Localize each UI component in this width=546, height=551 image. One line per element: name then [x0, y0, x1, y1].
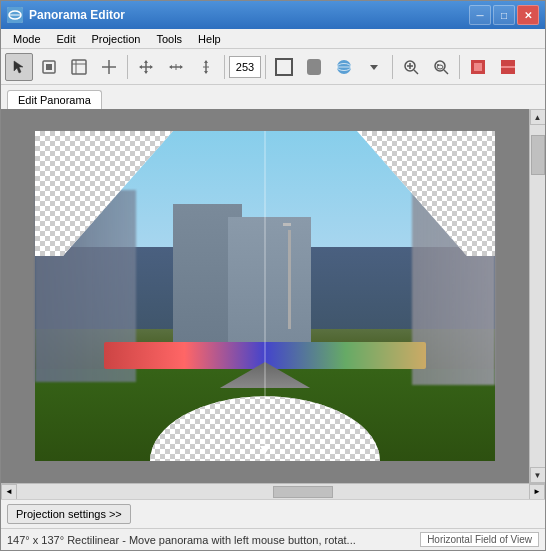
scrollbar-right: ▲ ▼ — [529, 109, 545, 483]
status-text: 147° x 137° Rectilinear - Move panorama … — [7, 534, 420, 546]
scroll-thumb-right[interactable] — [531, 135, 545, 175]
menu-help[interactable]: Help — [190, 31, 229, 47]
bottom-area: ◄ ► Projection settings >> 147° x 137° R… — [1, 483, 545, 550]
panorama-container — [35, 131, 495, 461]
zoom-in-button[interactable] — [397, 53, 425, 81]
status-bar: 147° x 137° Rectilinear - Move panorama … — [1, 528, 545, 550]
menu-mode[interactable]: Mode — [5, 31, 49, 47]
crosshair-tool-button[interactable] — [95, 53, 123, 81]
separator-3 — [265, 55, 266, 79]
move-v-button[interactable] — [192, 53, 220, 81]
toolbar: 253 — [1, 49, 545, 85]
lamp-arm — [283, 223, 291, 226]
svg-marker-12 — [144, 60, 148, 63]
extra2-button[interactable] — [494, 53, 522, 81]
cyl-view-button[interactable] — [300, 53, 328, 81]
separator-1 — [127, 55, 128, 79]
close-button[interactable]: ✕ — [517, 5, 539, 25]
lamp-pole — [288, 230, 291, 329]
svg-rect-25 — [307, 59, 321, 75]
rect-view-button[interactable] — [270, 53, 298, 81]
minimize-button[interactable]: ─ — [469, 5, 491, 25]
scroll-right-button[interactable]: ► — [529, 484, 545, 500]
separator-2 — [224, 55, 225, 79]
building-center-right — [228, 217, 311, 342]
maximize-button[interactable]: □ — [493, 5, 515, 25]
canvas-area[interactable] — [1, 109, 529, 483]
app-icon — [7, 7, 23, 23]
window-controls: ─ □ ✕ — [469, 5, 539, 25]
svg-rect-4 — [46, 64, 52, 70]
zoom-out-button[interactable] — [427, 53, 455, 81]
projection-bar: Projection settings >> — [1, 499, 545, 528]
scroll-down-button[interactable]: ▼ — [530, 467, 546, 483]
pan-tool-button[interactable] — [35, 53, 63, 81]
tab-bar: Edit Panorama — [1, 85, 545, 109]
svg-marker-22 — [204, 71, 208, 74]
svg-marker-18 — [180, 65, 183, 69]
menu-edit[interactable]: Edit — [49, 31, 84, 47]
menu-tools[interactable]: Tools — [148, 31, 190, 47]
svg-rect-39 — [474, 63, 482, 71]
crop-tool-button[interactable] — [65, 53, 93, 81]
svg-marker-14 — [139, 65, 142, 69]
svg-line-31 — [414, 70, 418, 74]
center-line — [265, 131, 266, 461]
scrollbar-bottom: ◄ ► — [1, 483, 545, 499]
menubar: Mode Edit Projection Tools Help — [1, 29, 545, 49]
window-title: Panorama Editor — [29, 8, 469, 22]
move-all-button[interactable] — [132, 53, 160, 81]
menu-projection[interactable]: Projection — [84, 31, 149, 47]
sphere-view-button[interactable] — [330, 53, 358, 81]
separator-5 — [459, 55, 460, 79]
svg-line-35 — [444, 70, 448, 74]
svg-rect-5 — [72, 60, 86, 74]
projection-settings-button[interactable]: Projection settings >> — [7, 504, 131, 524]
extra1-button[interactable] — [464, 53, 492, 81]
svg-marker-21 — [204, 60, 208, 63]
scroll-up-button[interactable]: ▲ — [530, 109, 546, 125]
separator-4 — [392, 55, 393, 79]
main-window: Panorama Editor ─ □ ✕ Mode Edit Projecti… — [0, 0, 546, 551]
content-area: ▲ ▼ — [1, 109, 545, 483]
fov-label: Horizontal Field of View — [420, 532, 539, 547]
bottom-indicator — [260, 446, 270, 454]
svg-marker-15 — [150, 65, 153, 69]
scroll-left-button[interactable]: ◄ — [1, 484, 17, 500]
number-display: 253 — [229, 56, 261, 78]
svg-rect-24 — [276, 59, 292, 75]
tab-edit-panorama[interactable]: Edit Panorama — [7, 90, 102, 109]
svg-marker-13 — [144, 71, 148, 74]
svg-point-37 — [437, 64, 439, 66]
scroll-thumb-bottom[interactable] — [273, 486, 333, 498]
scroll-track-bottom[interactable] — [17, 485, 529, 499]
titlebar: Panorama Editor ─ □ ✕ — [1, 1, 545, 29]
move-h-button[interactable] — [162, 53, 190, 81]
select-tool-button[interactable] — [5, 53, 33, 81]
svg-marker-17 — [169, 65, 172, 69]
dropdown-button[interactable] — [360, 53, 388, 81]
svg-marker-29 — [370, 65, 378, 70]
scroll-track-right[interactable] — [530, 125, 545, 467]
